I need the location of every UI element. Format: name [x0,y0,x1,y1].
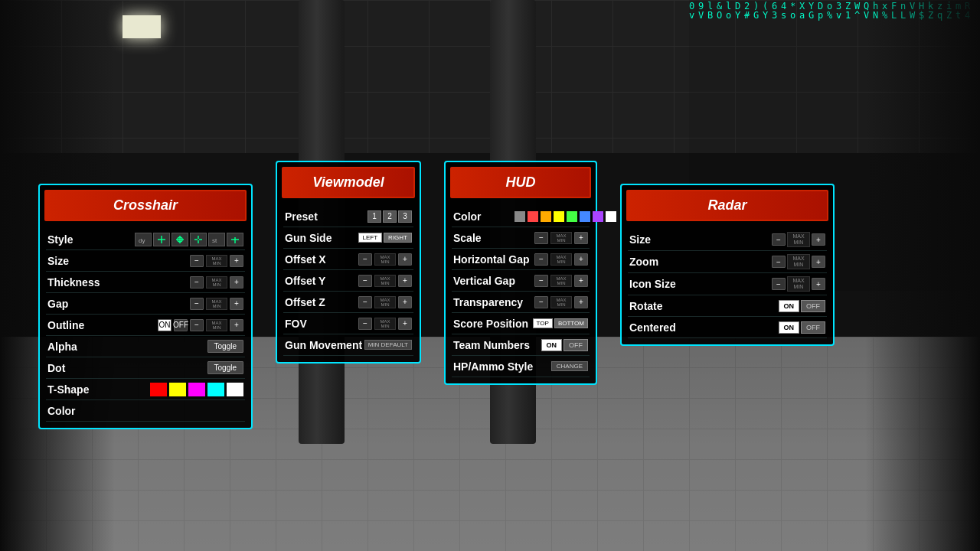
outline-minus-btn[interactable]: − [190,319,204,331]
hud-color-1[interactable] [514,211,525,222]
style-controls: dy st [135,233,243,246]
gap-minus-btn[interactable]: − [190,298,204,310]
crosshair-outline-row: Outline ON OFF − MAXMIN + [46,315,245,336]
offsetz-minus-btn[interactable]: − [358,296,372,308]
alpha-toggle-btn[interactable]: Toggle [207,340,243,353]
hud-transparency-row: Transparency − MAXMIN + [452,292,590,313]
outline-off-btn[interactable]: OFF [174,319,188,331]
hud-color-8[interactable] [606,211,616,222]
gunside-left-btn[interactable]: LEFT [358,233,383,243]
hud-color-3[interactable] [541,211,551,222]
preset-1-btn[interactable]: 1 [368,210,381,223]
crosshair-gap-row: Gap − MAXMIN + [46,293,245,315]
ceiling-light [122,15,161,38]
fov-label: FOV [285,318,358,330]
preset-2-btn[interactable]: 2 [383,210,397,223]
radar-iconsize-minus-btn[interactable]: − [772,278,786,290]
radar-size-value: MAXMIN [787,232,810,247]
radar-iconsize-plus-btn[interactable]: + [812,278,825,290]
vgap-minus-btn[interactable]: − [534,275,548,287]
radar-zoom-plus-btn[interactable]: + [812,256,825,268]
size-minus-btn[interactable]: − [190,255,204,267]
offsetx-plus-btn[interactable]: + [398,253,412,266]
offsety-plus-btn[interactable]: + [398,275,412,287]
style-icon-tshape[interactable] [227,233,243,246]
fov-controls: − MAXMIN + [358,318,412,330]
radar-zoom-minus-btn[interactable]: − [772,256,786,268]
hgap-value: MAXMIN [550,253,572,266]
hgap-minus-btn[interactable]: − [534,253,548,266]
hgap-plus-btn[interactable]: + [574,253,588,266]
hpammo-change-btn[interactable]: CHANGE [551,361,588,371]
thickness-value: MAXMIN [206,276,227,289]
preset-3-btn[interactable]: 3 [398,210,412,223]
centered-off-btn[interactable]: OFF [801,321,825,334]
hud-teamnumbers-label: Team Numbers [453,339,541,351]
hud-color-4[interactable] [554,211,564,222]
crosshair-content: Style dy st [40,226,251,428]
rotate-off-btn[interactable]: OFF [801,300,825,312]
centered-on-btn[interactable]: ON [779,321,800,334]
hud-hgap-label: Horizontal Gap [453,253,534,266]
crosshair-thickness-row: Thickness − MAXMIN + [46,272,245,293]
rotate-on-btn[interactable]: ON [779,300,800,312]
offsety-label: Offset Y [285,275,358,287]
thickness-minus-btn[interactable]: − [190,276,204,289]
scale-minus-btn[interactable]: − [534,232,548,244]
crosshair-alpha-row: Alpha Toggle [46,336,245,357]
fov-minus-btn[interactable]: − [358,318,372,330]
offsetz-plus-btn[interactable]: + [398,296,412,308]
hud-color-6[interactable] [580,211,590,222]
size-plus-btn[interactable]: + [230,255,243,267]
style-icon-static[interactable] [153,233,170,246]
hud-color-2[interactable] [528,211,538,222]
radar-rotate-row: Rotate ON OFF [628,295,827,317]
teamnumbers-off-btn[interactable]: OFF [564,339,588,351]
radar-rotate-label: Rotate [629,300,779,312]
teamnumbers-on-btn[interactable]: ON [541,339,563,351]
gap-plus-btn[interactable]: + [230,298,243,310]
outline-plus-btn[interactable]: + [230,319,243,331]
outline-on-btn[interactable]: ON [158,319,172,331]
gunmovement-mindefault-btn[interactable]: MIN DEFAULT [364,340,412,350]
transparency-value: MAXMIN [550,296,572,308]
radar-zoom-controls: − MAXMIN + [772,254,825,269]
transparency-plus-btn[interactable]: + [574,296,588,308]
radar-iconsize-row: Icon Size − MAXMIN + [628,273,827,295]
offsety-minus-btn[interactable]: − [358,275,372,287]
scorepos-top-btn[interactable]: TOP [533,318,553,328]
vgap-plus-btn[interactable]: + [574,275,588,287]
color-magenta[interactable] [188,383,205,396]
radar-size-plus-btn[interactable]: + [812,233,825,246]
offsetz-controls: − MAXMIN + [358,296,412,308]
style-icon-dynamic[interactable]: dy [135,233,152,246]
color-yellow[interactable] [169,383,186,396]
style-icon-dot[interactable] [172,233,188,246]
color-red[interactable] [150,383,167,396]
transparency-minus-btn[interactable]: − [534,296,548,308]
viewmodel-content: Preset 1 2 3 Gun Side LEFT RIGHT Offset … [277,203,420,362]
hud-color-row: Color [452,206,590,227]
offsetx-value: MAXMIN [374,253,396,266]
hud-scorepos-label: Score Position [453,318,533,330]
hud-color-5[interactable] [567,211,577,222]
hud-vgap-row: Vertical Gap − MAXMIN + [452,270,590,292]
offsetx-minus-btn[interactable]: − [358,253,372,266]
color-cyan[interactable] [207,383,224,396]
thickness-plus-btn[interactable]: + [230,276,243,289]
gunside-right-btn[interactable]: RIGHT [384,233,412,243]
fov-plus-btn[interactable]: + [398,318,412,330]
viewmodel-offsety-row: Offset Y − MAXMIN + [283,270,413,292]
radar-size-row: Size − MAXMIN + [628,229,827,251]
scorepos-bottom-btn[interactable]: BOTTOM [554,318,588,328]
dot-toggle-btn[interactable]: Toggle [207,361,243,374]
color-white[interactable] [227,383,243,396]
hud-vgap-controls: − MAXMIN + [534,275,588,287]
offsety-value: MAXMIN [374,275,396,287]
scale-plus-btn[interactable]: + [574,232,588,244]
style-icon-static2[interactable]: st [208,233,225,246]
radar-size-minus-btn[interactable]: − [772,233,786,246]
hud-color-7[interactable] [593,211,603,222]
style-icon-cross[interactable] [190,233,207,246]
size-controls: − MAXMIN + [190,255,243,267]
